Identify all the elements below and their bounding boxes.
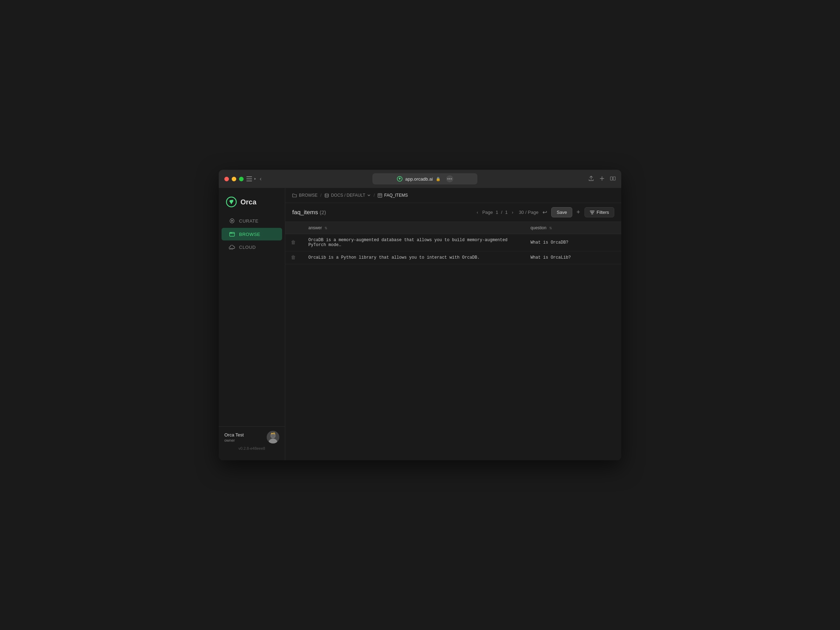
new-tab-button[interactable] <box>600 176 605 182</box>
per-page-label: / Page <box>525 210 538 215</box>
table-header-row: answer ⇅ question ⇅ <box>285 222 621 234</box>
sidebar-item-curate[interactable]: CURATE <box>221 215 282 227</box>
delete-cell-0: 🗑 <box>285 234 303 251</box>
question-cell-0: What is OrcaDB? <box>525 234 621 251</box>
delete-col-header <box>285 222 303 234</box>
answer-column-header[interactable]: answer ⇅ <box>303 222 525 234</box>
svg-rect-0 <box>246 177 252 177</box>
avatar[interactable] <box>267 431 279 444</box>
pagination: ‹ Page 1 / 1 › <box>475 209 515 216</box>
cloud-icon <box>229 245 235 250</box>
nav-back-button[interactable]: ‹ <box>260 176 261 182</box>
table-row[interactable]: 🗑 OrcaDB is a memory-augmented database … <box>285 234 621 251</box>
sidebar-footer: Orca Test owner v0.2.8 <box>219 426 285 455</box>
breadcrumb-faq-items[interactable]: FAQ_ITEMS <box>377 193 408 198</box>
save-button[interactable]: Save <box>551 207 572 217</box>
main-layout: Orca CURATE <box>219 188 621 460</box>
db-icon <box>324 193 329 198</box>
sidebar-item-label-curate: CURATE <box>239 218 258 224</box>
table-title-group: faq_items (2) <box>292 209 326 216</box>
filters-button[interactable]: Filters <box>584 207 614 217</box>
title-bar-left: ‹ <box>224 176 261 182</box>
page-label: Page <box>482 210 493 215</box>
close-button[interactable] <box>224 177 229 181</box>
maximize-button[interactable] <box>239 177 243 181</box>
table-header-bar: faq_items (2) ‹ Page 1 / 1 › 30 / Page <box>285 203 621 222</box>
address-bar[interactable]: app.orcadb.ai 🔒 ••• <box>373 173 477 185</box>
folder-icon <box>292 193 297 197</box>
svg-rect-2 <box>246 181 252 181</box>
share-button[interactable] <box>588 176 594 182</box>
question-column-header[interactable]: question ⇅ <box>525 222 621 234</box>
next-page-button[interactable]: › <box>510 209 515 216</box>
address-menu-button[interactable]: ••• <box>446 175 453 182</box>
user-name: Orca Test <box>224 432 243 437</box>
svg-rect-1 <box>246 178 252 179</box>
orca-logo-icon <box>226 196 237 208</box>
table-count: (2) <box>319 209 326 215</box>
breadcrumb-sep-1: / <box>320 193 321 198</box>
lock-icon: 🔒 <box>436 177 441 181</box>
sidebar-item-browse[interactable]: BROWSE <box>221 228 282 240</box>
user-info: Orca Test owner <box>224 431 279 444</box>
svg-point-18 <box>271 434 275 438</box>
question-sort-button[interactable]: ⇅ <box>549 226 552 230</box>
content-area: BROWSE / DOCS / DEFAULT / <box>285 188 621 460</box>
svg-point-9 <box>232 200 234 201</box>
sidebar-item-cloud[interactable]: CLOUD <box>221 241 282 253</box>
filter-icon <box>590 210 595 215</box>
breadcrumb: BROWSE / DOCS / DEFAULT / <box>285 188 621 203</box>
sidebar-logo-text: Orca <box>240 198 257 206</box>
user-role: owner <box>224 438 243 442</box>
url-text: app.orcadb.ai <box>405 177 433 182</box>
sidebar-toggle-button[interactable] <box>246 177 257 181</box>
sidebar-nav: CURATE BROWSE <box>219 215 285 426</box>
add-row-button[interactable]: + <box>576 208 580 216</box>
delete-row-button-1[interactable]: 🗑 <box>289 253 297 262</box>
svg-point-19 <box>325 194 328 195</box>
sidebar: Orca CURATE <box>219 188 285 460</box>
answer-cell-1: OrcaLib is a Python library that allows … <box>303 251 525 264</box>
breadcrumb-docs[interactable]: DOCS / DEFAULT <box>324 193 371 198</box>
sidebar-logo: Orca <box>219 194 285 215</box>
sidebar-item-label-cloud: CLOUD <box>239 245 256 250</box>
svg-marker-11 <box>231 220 234 222</box>
svg-point-14 <box>231 233 232 234</box>
breadcrumb-browse[interactable]: BROWSE <box>292 193 317 198</box>
per-page: 30 / Page <box>519 210 538 215</box>
delete-cell-1: 🗑 <box>285 251 303 264</box>
browser-window: ‹ app.orcadb.ai 🔒 ••• <box>219 170 621 460</box>
favicon <box>397 176 403 182</box>
traffic-lights <box>224 177 243 181</box>
split-view-button[interactable] <box>610 176 616 182</box>
data-table: answer ⇅ question ⇅ 🗑 OrcaDB is <box>285 222 621 264</box>
per-page-value: 30 <box>519 210 524 215</box>
page-sep: / <box>501 210 503 215</box>
question-cell-1: What is OrcaLib? <box>525 251 621 264</box>
browse-icon <box>229 231 235 237</box>
chevron-down-icon <box>367 194 371 197</box>
table-icon <box>377 193 382 198</box>
page-total: 1 <box>505 210 507 215</box>
answer-sort-button[interactable]: ⇅ <box>324 226 327 230</box>
delete-row-button-0[interactable]: 🗑 <box>289 238 297 247</box>
page-current: 1 <box>496 210 498 215</box>
breadcrumb-sep-2: / <box>373 193 374 198</box>
sidebar-item-label-browse: BROWSE <box>239 232 261 237</box>
table-title: faq_items <box>292 209 318 216</box>
title-bar-right <box>588 176 616 182</box>
minimize-button[interactable] <box>232 177 236 181</box>
prev-page-button[interactable]: ‹ <box>475 209 480 216</box>
table-row[interactable]: 🗑 OrcaLib is a Python library that allow… <box>285 251 621 264</box>
svg-rect-6 <box>610 177 613 180</box>
answer-cell-0: OrcaDB is a memory-augmented database th… <box>303 234 525 251</box>
undo-button[interactable]: ↩ <box>543 209 547 216</box>
svg-point-13 <box>230 233 231 234</box>
table-head: answer ⇅ question ⇅ <box>285 222 621 234</box>
curate-icon <box>229 218 235 224</box>
svg-rect-7 <box>613 177 615 180</box>
table-body: 🗑 OrcaDB is a memory-augmented database … <box>285 234 621 264</box>
version-text: v0.2.8-e48eee8 <box>224 446 279 450</box>
data-table-wrapper: answer ⇅ question ⇅ 🗑 OrcaDB is <box>285 222 621 460</box>
title-bar: ‹ app.orcadb.ai 🔒 ••• <box>219 170 621 188</box>
